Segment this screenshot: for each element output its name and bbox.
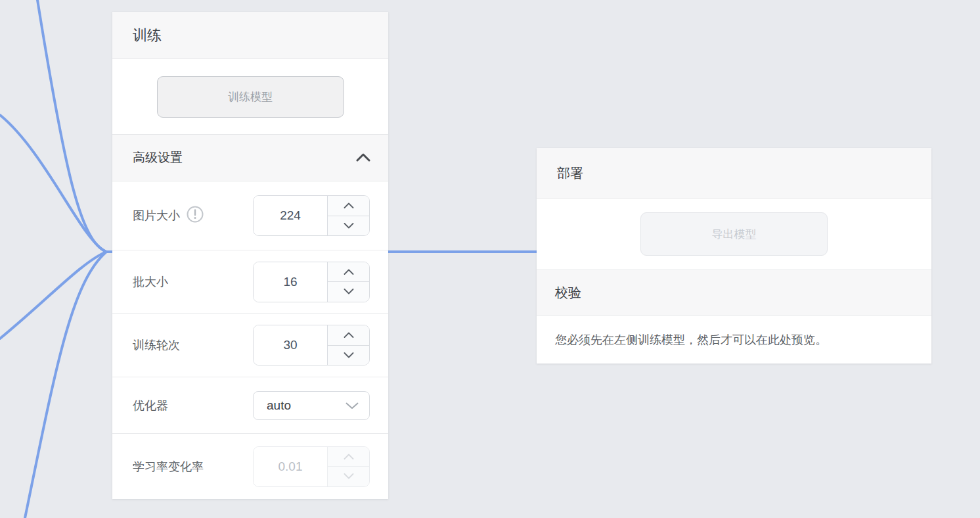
info-circle-icon[interactable]	[187, 206, 204, 226]
epochs-decrement-button[interactable]	[328, 345, 369, 365]
image-size-decrement-button[interactable]	[328, 216, 369, 236]
setting-row-batch-size: 批大小 16	[112, 250, 388, 313]
train-model-button[interactable]: 训练模型	[157, 76, 344, 118]
deploy-panel-title: 部署	[557, 164, 583, 182]
chevron-up-icon[interactable]	[356, 151, 370, 165]
export-model-button[interactable]: 导出模型	[640, 212, 828, 256]
validation-header: 校验	[537, 270, 931, 316]
connector-bottom	[25, 252, 106, 518]
validation-header-label: 校验	[555, 284, 581, 302]
learning-rate-stepper-buttons	[327, 447, 369, 486]
setting-row-optimizer: 优化器 auto	[112, 377, 388, 433]
batch-size-input[interactable]: 16	[254, 262, 327, 302]
training-panel-title: 训练	[133, 26, 162, 45]
training-panel: 训练 训练模型 高级设置 图片大小 224	[112, 12, 388, 499]
chevron-up-icon	[344, 200, 354, 210]
learning-rate-label: 学习率变化率	[133, 459, 204, 475]
batch-size-label: 批大小	[133, 274, 168, 290]
batch-size-increment-button[interactable]	[328, 262, 369, 282]
chevron-down-icon	[344, 471, 354, 481]
validation-message-section: 您必须先在左侧训练模型，然后才可以在此处预览。	[537, 316, 931, 364]
learning-rate-decrement-button	[328, 466, 369, 486]
training-panel-header: 训练	[112, 12, 388, 59]
connector-top	[37, 0, 114, 252]
chevron-up-icon	[344, 452, 354, 461]
chevron-down-icon	[344, 350, 354, 360]
setting-row-learning-rate: 学习率变化率 0.01	[112, 433, 388, 499]
setting-row-epochs: 训练轮次 30	[112, 313, 388, 377]
image-size-stepper-buttons	[327, 196, 369, 235]
optimizer-selected-value: auto	[267, 398, 291, 413]
batch-size-stepper: 16	[253, 262, 370, 302]
deploy-panel-header: 部署	[537, 148, 931, 199]
chevron-down-icon	[344, 221, 354, 231]
chevron-down-icon	[344, 287, 354, 296]
image-size-label: 图片大小	[133, 208, 180, 224]
optimizer-select[interactable]: auto	[253, 391, 370, 420]
epochs-stepper-buttons	[327, 325, 369, 365]
chevron-up-icon	[344, 267, 354, 277]
connector-left-upper	[0, 115, 106, 252]
epochs-label: 训练轮次	[133, 337, 180, 353]
train-button-section: 训练模型	[112, 59, 388, 134]
setting-row-image-size: 图片大小 224	[112, 181, 388, 250]
advanced-settings-toggle[interactable]: 高级设置	[112, 134, 388, 181]
image-size-stepper: 224	[253, 195, 370, 236]
optimizer-label: 优化器	[133, 398, 168, 413]
validation-message-text: 您必须先在左侧训练模型，然后才可以在此处预览。	[555, 332, 827, 348]
image-size-label-group: 图片大小	[133, 206, 204, 226]
export-button-section: 导出模型	[537, 199, 931, 270]
chevron-up-icon	[344, 330, 354, 340]
image-size-input[interactable]: 224	[254, 196, 327, 235]
deploy-panel: 部署 导出模型 校验 您必须先在左侧训练模型，然后才可以在此处预览。	[537, 148, 931, 364]
batch-size-stepper-buttons	[327, 262, 369, 302]
learning-rate-stepper: 0.01	[253, 446, 370, 487]
connector-left-lower	[0, 252, 106, 339]
epochs-stepper: 30	[253, 325, 370, 365]
learning-rate-input: 0.01	[254, 447, 327, 486]
chevron-down-icon	[345, 398, 359, 413]
advanced-settings-label: 高级设置	[133, 149, 183, 166]
epochs-increment-button[interactable]	[328, 325, 369, 345]
batch-size-decrement-button[interactable]	[328, 281, 369, 302]
epochs-input[interactable]: 30	[254, 325, 327, 365]
learning-rate-increment-button	[328, 447, 369, 467]
image-size-increment-button[interactable]	[328, 196, 369, 216]
